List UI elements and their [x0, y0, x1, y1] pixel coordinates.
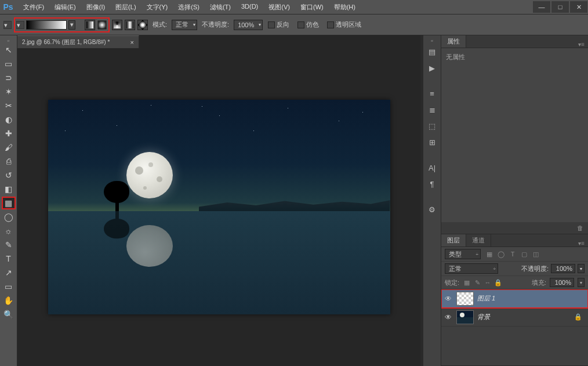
properties-panel-tabs: 属性 ▾≡: [441, 35, 588, 48]
dock-actions-icon[interactable]: ▶: [425, 61, 439, 75]
dock-brushpresets-icon[interactable]: ≣: [425, 103, 439, 117]
reverse-checkbox-wrap[interactable]: 反向: [268, 20, 289, 29]
trash-icon[interactable]: 🗑: [577, 224, 583, 231]
layers-tab[interactable]: 图层: [441, 234, 466, 247]
canvas-viewport[interactable]: [17, 48, 420, 366]
gradient-radial[interactable]: [97, 20, 107, 30]
menu-layer[interactable]: 图层(L): [111, 1, 140, 14]
blur-tool[interactable]: ◯: [2, 211, 16, 223]
layer-name-label[interactable]: 背景: [477, 313, 490, 321]
lock-trans-icon[interactable]: ▦: [463, 279, 471, 287]
dock-character-icon[interactable]: A|: [425, 161, 439, 175]
type-tool[interactable]: T: [2, 252, 16, 265]
eraser-tool[interactable]: ◧: [2, 183, 16, 195]
properties-tab[interactable]: 属性: [441, 35, 466, 48]
tool-preset-picker[interactable]: ▾: [3, 21, 12, 29]
menu-view[interactable]: 视图(V): [264, 1, 295, 14]
gradient-angle[interactable]: [112, 20, 122, 30]
layer-visibility-toggle[interactable]: 👁: [444, 313, 453, 321]
dock-color-icon[interactable]: ⊞: [425, 135, 439, 149]
layer-list: 👁图层 1👁背景🔒: [441, 289, 588, 365]
layer-row[interactable]: 👁图层 1: [441, 289, 588, 308]
menu-3d[interactable]: 3D(D): [237, 1, 263, 14]
shape-tool[interactable]: ▭: [2, 280, 16, 293]
gradient-picker-arrow[interactable]: ▾: [16, 21, 24, 29]
layer-thumbnail[interactable]: [456, 292, 474, 306]
menu-select[interactable]: 选择(S): [173, 1, 204, 14]
filter-type-icon[interactable]: T: [509, 251, 517, 258]
menu-edit[interactable]: 编辑(E): [50, 1, 81, 14]
gradient-tool[interactable]: ▦: [2, 197, 16, 209]
layer-opacity-field[interactable]: 100%: [551, 264, 575, 273]
menu-window[interactable]: 窗口(W): [296, 1, 328, 14]
pen-tool[interactable]: ✎: [2, 238, 16, 251]
layer-visibility-toggle[interactable]: 👁: [444, 295, 453, 303]
eyedropper-tool[interactable]: ◐: [2, 113, 16, 126]
gradient-reflected[interactable]: [125, 20, 135, 30]
gradient-preview[interactable]: [26, 20, 67, 30]
layer-blend-mode[interactable]: 正常÷: [445, 263, 498, 274]
dock-brushes-icon[interactable]: ≡: [425, 86, 439, 100]
properties-panel-menu[interactable]: ▾≡: [575, 41, 588, 48]
filter-pixel-icon[interactable]: ▦: [485, 251, 493, 258]
dodge-tool[interactable]: ☼: [2, 224, 16, 237]
layer-row[interactable]: 👁背景🔒: [441, 308, 588, 327]
properties-panel-body: 无属性: [441, 48, 588, 222]
opacity-field[interactable]: 100%▾: [234, 20, 263, 30]
heal-tool[interactable]: ✚: [2, 127, 16, 140]
wand-tool[interactable]: ✶: [2, 85, 16, 98]
minimize-button[interactable]: —: [533, 1, 550, 13]
dock-collapse[interactable]: «: [423, 38, 441, 44]
dither-checkbox-wrap[interactable]: 仿色: [297, 20, 319, 29]
path-select-tool[interactable]: ↗: [2, 266, 16, 279]
zoom-tool[interactable]: 🔍: [2, 308, 16, 321]
close-button[interactable]: ✕: [570, 1, 587, 13]
layer-filter-kind[interactable]: 类型÷: [445, 249, 481, 259]
menu-help[interactable]: 帮助(H): [329, 1, 360, 14]
dither-checkbox[interactable]: [297, 21, 304, 28]
stamp-tool[interactable]: ⎙: [2, 155, 16, 168]
dock-swatches-icon[interactable]: ⬚: [425, 119, 439, 133]
lasso-tool[interactable]: ⊃: [2, 71, 16, 84]
brush-tool[interactable]: 🖌: [2, 141, 16, 154]
gradient-diamond[interactable]: [137, 20, 148, 30]
menu-image[interactable]: 图像(I): [82, 1, 110, 14]
transparency-checkbox[interactable]: [327, 21, 334, 28]
history-brush-tool[interactable]: ↺: [2, 169, 16, 182]
filter-smart-icon[interactable]: ◫: [532, 251, 540, 258]
lock-position-icon[interactable]: ↔: [484, 279, 492, 287]
lock-pixels-icon[interactable]: ✎: [473, 279, 481, 287]
layer-fill-field[interactable]: 100%: [550, 278, 574, 287]
reverse-checkbox[interactable]: [268, 21, 275, 28]
layers-panel-menu[interactable]: ▾≡: [575, 240, 588, 247]
maximize-button[interactable]: □: [551, 1, 569, 13]
channels-tab[interactable]: 通道: [466, 234, 491, 247]
blend-mode-select[interactable]: 正常▾: [172, 20, 197, 30]
dock-paragraph-icon[interactable]: ¶: [425, 177, 439, 191]
marquee-tool[interactable]: ▭: [2, 57, 16, 70]
move-tool[interactable]: ↖: [2, 44, 16, 56]
menu-type[interactable]: 文字(Y): [142, 1, 173, 14]
layer-fill-dropdown[interactable]: ▾: [578, 278, 585, 287]
transparency-checkbox-wrap[interactable]: 透明区域: [327, 20, 361, 29]
filter-adjust-icon[interactable]: ◯: [497, 251, 505, 258]
layer-name-label[interactable]: 图层 1: [477, 294, 495, 303]
panel-dock: « ▤ ▶ ≡ ≣ ⬚ ⊞ A| ¶ ⚙: [423, 35, 441, 366]
document-tab-close[interactable]: ×: [130, 39, 134, 46]
gradient-linear[interactable]: [85, 20, 95, 30]
layer-thumbnail[interactable]: [456, 310, 474, 324]
menu-file[interactable]: 文件(F): [19, 1, 49, 14]
hand-tool[interactable]: ✋: [2, 294, 16, 307]
dock-settings-icon[interactable]: ⚙: [425, 202, 439, 216]
lock-all-icon[interactable]: 🔒: [494, 279, 502, 287]
menu-filter[interactable]: 滤镜(T): [205, 1, 235, 14]
crop-tool[interactable]: ✂: [2, 99, 16, 112]
dock-history-icon[interactable]: ▤: [425, 45, 439, 59]
filter-shape-icon[interactable]: ▢: [520, 251, 528, 258]
opacity-label: 不透明度:: [202, 20, 229, 29]
toolbox-collapse[interactable]: «: [0, 38, 17, 44]
gradient-preset-dropdown[interactable]: ▾: [68, 20, 75, 30]
document-canvas[interactable]: [48, 100, 390, 314]
layer-opacity-dropdown[interactable]: ▾: [578, 264, 585, 273]
document-tab[interactable]: 2.jpg @ 66.7% (图层 1, RGB/8#) * ×: [17, 35, 139, 48]
